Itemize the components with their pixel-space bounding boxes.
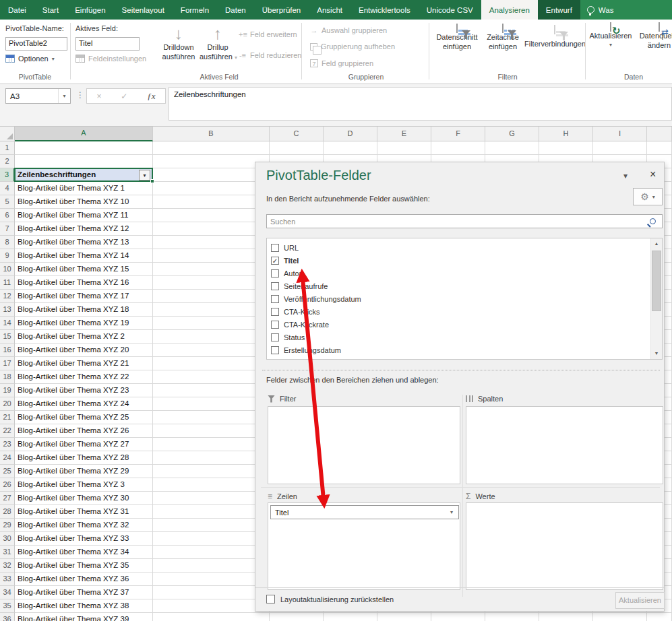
row-header-4[interactable]: 4 — [0, 182, 15, 195]
scrollbar-thumb[interactable] — [652, 251, 661, 311]
row-header-17[interactable]: 17 — [0, 357, 15, 370]
cell-A24[interactable]: Blog-Artikel über Thema XYZ 28 — [15, 451, 153, 465]
cell-E36[interactable] — [377, 613, 431, 621]
row-header-36[interactable]: 36 — [0, 613, 15, 621]
cell-H1[interactable] — [539, 141, 593, 155]
cell-A36[interactable]: Blog-Artikel über Thema XYZ 39 — [15, 613, 153, 621]
column-header-I[interactable]: I — [593, 127, 647, 141]
cell-A23[interactable]: Blog-Artikel über Thema XYZ 27 — [15, 438, 153, 451]
tools-gear-button[interactable]: ⚙ ▾ — [633, 188, 663, 205]
row-header-11[interactable]: 11 — [0, 276, 15, 290]
row-header-26[interactable]: 26 — [0, 478, 15, 492]
checkbox-icon[interactable] — [271, 282, 279, 290]
cell-F1[interactable] — [431, 141, 485, 155]
datenquelle-button[interactable]: ⇄ Datenquelle ändern — [632, 23, 672, 50]
cell-B18[interactable] — [153, 370, 270, 384]
cell-H36[interactable] — [539, 613, 593, 621]
cell-B26[interactable] — [153, 478, 270, 492]
tab-seitenlayout[interactable]: Seitenlayout — [114, 0, 173, 20]
row-header-15[interactable]: 15 — [0, 330, 15, 344]
cell-B12[interactable] — [153, 290, 270, 303]
cell-B16[interactable] — [153, 344, 270, 357]
cell-A8[interactable]: Blog-Artikel über Thema XYZ 13 — [15, 236, 153, 249]
cell-B29[interactable] — [153, 519, 270, 532]
row-header-6[interactable]: 6 — [0, 209, 15, 222]
row-header-2[interactable]: 2 — [0, 155, 15, 168]
cell-A9[interactable]: Blog-Artikel über Thema XYZ 14 — [15, 249, 153, 263]
update-button[interactable]: Aktualisieren — [615, 592, 665, 609]
cell-B17[interactable] — [153, 357, 270, 370]
cell-J1[interactable] — [647, 141, 672, 155]
column-header-B[interactable]: B — [153, 127, 270, 141]
tab-daten[interactable]: Daten — [217, 0, 254, 20]
row-header-29[interactable]: 29 — [0, 519, 15, 532]
auswahl-gruppieren-button[interactable]: → Auswahl gruppieren — [310, 26, 387, 34]
pivotname-input[interactable]: PivotTable2 — [5, 37, 67, 51]
column-header-C[interactable]: C — [270, 127, 324, 141]
field-item-url[interactable]: URL — [267, 241, 662, 254]
pane-close-icon[interactable]: × — [650, 168, 656, 181]
row-header-20[interactable]: 20 — [0, 397, 15, 411]
cell-A20[interactable]: Blog-Artikel über Thema XYZ 24 — [15, 397, 153, 411]
gruppierung-aufheben-button[interactable]: Gruppierung aufheben — [310, 42, 395, 51]
field-item-cta-klicks[interactable]: CTA-Klicks — [267, 305, 662, 318]
checkbox-icon[interactable] — [271, 308, 279, 316]
cell-A26[interactable]: Blog-Artikel über Thema XYZ 3 — [15, 478, 153, 492]
field-item-cta-klickrate[interactable]: CTA-Klickrate — [267, 318, 662, 331]
scroll-up-icon[interactable]: ▲ — [651, 238, 662, 249]
defer-layout-update[interactable]: Layoutaktualisierung zurückstellen — [266, 595, 394, 603]
field-item-veröffentlichungsdatum[interactable]: Veröffentlichungsdatum — [267, 292, 662, 305]
cell-B24[interactable] — [153, 451, 270, 465]
cell-J36[interactable] — [647, 613, 672, 621]
cell-A10[interactable]: Blog-Artikel über Thema XYZ 15 — [15, 263, 153, 276]
row-header-27[interactable]: 27 — [0, 492, 15, 505]
cell-D1[interactable] — [324, 141, 377, 155]
datenschnitt-button[interactable]: Datenschnitt einfügen — [432, 24, 482, 51]
column-header-F[interactable]: F — [431, 127, 485, 141]
field-item-status[interactable]: Status — [267, 331, 662, 344]
tell-me-box[interactable]: Was — [580, 0, 672, 20]
field-item-seitenaufrufe[interactable]: Seitenaufrufe — [267, 280, 662, 292]
tab-formeln[interactable]: Formeln — [173, 0, 217, 20]
cell-B8[interactable] — [153, 236, 270, 249]
cell-B13[interactable] — [153, 303, 270, 317]
tab-ansicht[interactable]: Ansicht — [309, 0, 350, 20]
row-header-8[interactable]: 8 — [0, 236, 15, 249]
column-header-E[interactable]: E — [377, 127, 431, 141]
cell-B23[interactable] — [153, 438, 270, 451]
row-header-30[interactable]: 30 — [0, 532, 15, 546]
cell-A34[interactable]: Blog-Artikel über Thema XYZ 37 — [15, 586, 153, 599]
cell-A33[interactable]: Blog-Artikel über Thema XYZ 36 — [15, 573, 153, 586]
cell-A1[interactable] — [15, 141, 153, 155]
cell-B10[interactable] — [153, 263, 270, 276]
checkbox-checked-icon[interactable]: ✓ — [271, 257, 279, 265]
tab-entwicklertools[interactable]: Entwicklertools — [350, 0, 419, 20]
row-header-21[interactable]: 21 — [0, 411, 15, 424]
column-header-G[interactable]: G — [485, 127, 539, 141]
cell-A30[interactable]: Blog-Artikel über Thema XYZ 33 — [15, 532, 153, 546]
cell-B34[interactable] — [153, 586, 270, 599]
cell-B20[interactable] — [153, 397, 270, 411]
cell-B33[interactable] — [153, 573, 270, 586]
cell-B1[interactable] — [153, 141, 270, 155]
cell-B15[interactable] — [153, 330, 270, 344]
checkbox-icon[interactable] — [271, 359, 279, 360]
tab-einfügen[interactable]: Einfügen — [67, 0, 113, 20]
tab-unicode-csv[interactable]: Unicode CSV — [419, 0, 481, 20]
zeilen-drop-area[interactable]: Titel ▾ — [268, 502, 460, 590]
checkbox-icon[interactable] — [271, 321, 279, 329]
cell-B21[interactable] — [153, 411, 270, 424]
checkbox-icon[interactable] — [271, 295, 279, 303]
cell-A19[interactable]: Blog-Artikel über Thema XYZ 23 — [15, 384, 153, 397]
cell-A16[interactable]: Blog-Artikel über Thema XYZ 20 — [15, 344, 153, 357]
cell-B32[interactable] — [153, 559, 270, 573]
cell-B25[interactable] — [153, 465, 270, 478]
drillup-button[interactable]: ↑ Drillup ausführen ▾ — [200, 25, 236, 63]
feld-reduzieren-button[interactable]: -≡ Feld reduzieren — [239, 51, 301, 59]
cell-B28[interactable] — [153, 505, 270, 519]
cell-A14[interactable]: Blog-Artikel über Thema XYZ 19 — [15, 317, 153, 330]
tab-analysieren[interactable]: Analysieren — [481, 0, 538, 20]
row-header-5[interactable]: 5 — [0, 195, 15, 209]
checkbox-icon[interactable] — [271, 333, 279, 341]
row-header-32[interactable]: 32 — [0, 559, 15, 573]
